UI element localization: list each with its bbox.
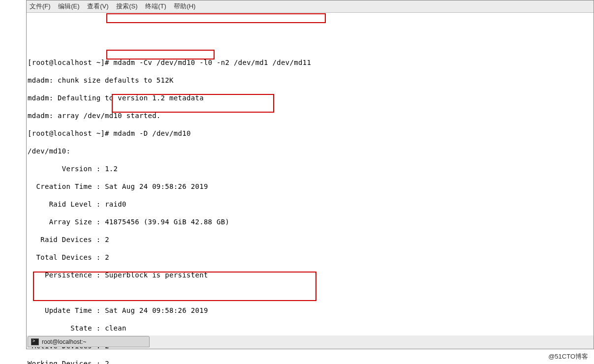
value-working-devices: 2	[105, 360, 109, 364]
value-update-time: Sat Aug 24 09:58:26 2019	[105, 306, 208, 314]
label-total-devices: Total Devices :	[28, 253, 105, 261]
watermark: @51CTO博客	[548, 352, 588, 361]
label-state: State :	[28, 324, 105, 332]
menu-edit[interactable]: 编辑(E)	[58, 2, 79, 10]
prompt: [root@localhost ~]#	[28, 129, 109, 137]
value-raid-devices: 2	[105, 236, 109, 243]
value-version: 1.2	[105, 165, 118, 173]
menu-view[interactable]: 查看(V)	[87, 2, 108, 10]
menu-terminal[interactable]: 终端(T)	[145, 2, 166, 10]
out-defaulting: mdadm: Defaulting to version 1.2 metadat…	[28, 93, 593, 102]
taskbar-title: root@localhost:~	[42, 338, 87, 345]
out-chunk-default: mdadm: chunk size defaults to 512K	[28, 76, 593, 85]
terminal-window: 文件(F) 编辑(E) 查看(V) 搜索(S) 终端(T) 帮助(H) [roo…	[26, 0, 594, 349]
menu-file[interactable]: 文件(F)	[30, 2, 51, 10]
value-array-size: 41875456 (39.94 GiB 42.88 GB)	[105, 218, 229, 226]
command-1: mdadm -Cv /dev/md10 -l0 -n2 /dev/md1 /de…	[114, 59, 312, 66]
prompt: [root@localhost ~]#	[28, 59, 109, 66]
menu-search[interactable]: 搜索(S)	[116, 2, 137, 10]
label-creation-time: Creation Time :	[28, 182, 105, 190]
terminal-icon	[31, 338, 39, 345]
value-persistence: Superblock is persistent	[105, 271, 208, 279]
label-raid-devices: Raid Devices :	[28, 236, 105, 243]
value-state: clean	[105, 324, 126, 332]
out-device-header: /dev/md10:	[28, 147, 593, 155]
label-raid-level: Raid Level :	[28, 200, 105, 208]
menu-bar: 文件(F) 编辑(E) 查看(V) 搜索(S) 终端(T) 帮助(H)	[27, 0, 594, 13]
label-array-size: Array Size :	[28, 218, 105, 226]
value-creation-time: Sat Aug 24 09:58:26 2019	[105, 182, 208, 190]
terminal-output[interactable]: [root@localhost ~]# mdadm -Cv /dev/md10 …	[27, 13, 594, 335]
highlight-box-cmd1	[106, 13, 326, 23]
value-total-devices: 2	[105, 253, 109, 261]
label-working-devices: Working Devices :	[28, 360, 105, 364]
label-persistence: Persistence :	[28, 271, 105, 279]
menu-help[interactable]: 帮助(H)	[174, 2, 195, 10]
out-started: mdadm: array /dev/md10 started.	[28, 111, 593, 120]
value-raid-level: raid0	[105, 200, 126, 208]
label-version: Version :	[28, 165, 105, 173]
taskbar-item[interactable]: root@localhost:~	[28, 336, 150, 347]
label-update-time: Update Time :	[28, 306, 105, 314]
command-2: mdadm -D /dev/md10	[114, 129, 191, 137]
